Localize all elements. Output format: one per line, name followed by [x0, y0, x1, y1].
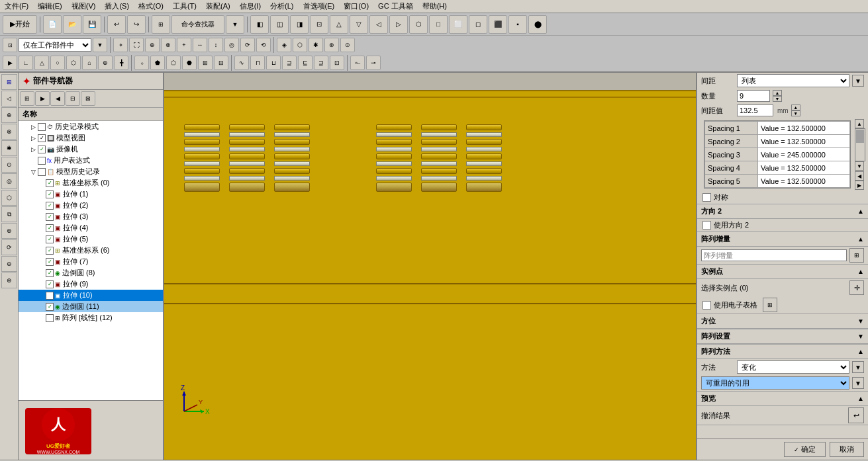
cancel-button[interactable]: 取消: [830, 442, 864, 457]
tb3-b10[interactable]: ⬟: [150, 56, 165, 70]
sidebar-tb1[interactable]: ⊞: [20, 91, 34, 106]
array-settings-header[interactable]: 阵列设置 ▼: [697, 329, 868, 344]
li-btn3[interactable]: ⊕: [1, 107, 17, 123]
tb-save[interactable]: 💾: [83, 15, 101, 34]
menu-view[interactable]: 视图(V): [70, 1, 98, 11]
tb2-b9[interactable]: ◎: [224, 38, 239, 52]
check-e9[interactable]: ✓: [46, 280, 54, 288]
tb3-b22[interactable]: ⟜: [350, 56, 365, 70]
tb3-b3[interactable]: △: [34, 56, 49, 70]
tb-b15[interactable]: ⬤: [528, 15, 547, 34]
menu-assembly[interactable]: 装配(A): [204, 1, 232, 11]
tb3-b23[interactable]: ⊸: [366, 56, 381, 70]
tb3-b18[interactable]: ⊒: [282, 56, 297, 70]
tree-camera[interactable]: ▷ ✓ 📷 摄像机: [19, 144, 163, 155]
tb-redo[interactable]: ↪: [127, 15, 146, 34]
tb3-b15[interactable]: ∿: [234, 56, 249, 70]
check-e1[interactable]: ✓: [46, 190, 54, 198]
check4[interactable]: [38, 157, 46, 165]
tree-model-view[interactable]: ▷ ✓ 🔲 模型视图: [19, 132, 163, 144]
tb2-b2[interactable]: ⌖: [113, 38, 128, 52]
li-btn12[interactable]: ⊖: [1, 256, 17, 272]
tb-snap[interactable]: ⊞: [152, 15, 170, 34]
expand2[interactable]: ▷: [29, 134, 37, 142]
tb3-b7[interactable]: ⊕: [98, 56, 113, 70]
tb-b3[interactable]: ◨: [290, 15, 309, 34]
orientation-header[interactable]: 方位 ▼: [697, 314, 868, 329]
tree-pattern12[interactable]: ▷ ⊞ 阵列 [线性] (12): [19, 312, 163, 323]
check3[interactable]: ✓: [38, 146, 46, 153]
tb2-b12[interactable]: ◈: [277, 38, 291, 52]
li-btn4[interactable]: ⊗: [1, 124, 17, 140]
tree-history-mode[interactable]: ▷ ⏱ 历史记录模式: [19, 121, 163, 132]
count-spin-down[interactable]: ▼: [773, 96, 782, 102]
check-e2[interactable]: ✓: [46, 202, 54, 210]
tree-extrude9[interactable]: ▷ ✓ ▣ 拉伸 (9): [19, 278, 163, 290]
sidebar-tb2[interactable]: ▶: [35, 91, 50, 106]
tb3-b9[interactable]: ⬦: [134, 56, 149, 70]
instance-spreadsheet-btn[interactable]: ⊞: [763, 298, 777, 312]
spacing-table-row[interactable]: Spacing 5Value = 132.500000: [705, 175, 850, 188]
tb-b6[interactable]: ▽: [350, 15, 368, 34]
spacing-scroll-down[interactable]: ▼: [855, 161, 864, 171]
tb2-b5[interactable]: ⊗: [161, 38, 175, 52]
tree-extrude4[interactable]: ▷ ✓ ▣ 拉伸 (4): [19, 222, 163, 233]
tree-fillet8[interactable]: ▷ ✓ ◉ 边倒圆 (8): [19, 267, 163, 278]
menu-window[interactable]: 窗口(O): [342, 1, 371, 11]
tree-model-history[interactable]: ▽ 📋 模型历史记录: [19, 166, 163, 177]
menu-analysis[interactable]: 分析(L): [268, 1, 295, 11]
li-btn8[interactable]: ⬡: [1, 190, 17, 206]
tb2-b7[interactable]: ↔: [193, 38, 207, 52]
tb-new[interactable]: 📄: [43, 15, 62, 34]
menu-gc[interactable]: GC 工具箱: [376, 1, 415, 11]
menu-info[interactable]: 信息(I): [238, 1, 263, 11]
spacing-type-select[interactable]: 列表: [737, 74, 849, 87]
tree-extrude1[interactable]: ▷ ✓ ▣ 拉伸 (1): [19, 189, 163, 200]
array-increment-header[interactable]: 阵列增量 ▲: [697, 232, 868, 247]
ok-button[interactable]: ✓ 确定: [784, 442, 826, 457]
spacing-val-spin-down[interactable]: ▼: [791, 110, 800, 116]
tree-fillet11[interactable]: ▷ ✓ ◉ 边倒圆 (11): [19, 301, 163, 312]
spacing-scroll-up[interactable]: ▲: [855, 119, 864, 128]
check-e3[interactable]: ✓: [46, 213, 54, 221]
tree-extrude7[interactable]: ▷ ✓ ▣ 拉伸 (7): [19, 256, 163, 267]
li-btn11[interactable]: ⟳: [1, 239, 17, 255]
tb3-b21[interactable]: ⊡: [330, 56, 344, 70]
tree-user-expr[interactable]: ▷ fx 用户表达式: [19, 155, 163, 166]
viewport[interactable]: X Z Y: [164, 73, 696, 460]
sidebar-tb4[interactable]: ⊟: [66, 91, 80, 106]
array-increment-input[interactable]: [701, 249, 847, 261]
tb2-b6[interactable]: +: [177, 38, 191, 52]
menu-tools[interactable]: 工具(T): [171, 1, 199, 11]
tb-b13[interactable]: ⬛: [489, 15, 507, 34]
tb-b2[interactable]: ◫: [270, 15, 289, 34]
check-e10[interactable]: ✓: [46, 292, 54, 300]
tb3-b13[interactable]: ⊞: [198, 56, 213, 70]
tb3-b5[interactable]: ⬡: [66, 56, 81, 70]
tb-open[interactable]: 📂: [63, 15, 81, 34]
count-spin-up[interactable]: ▲: [773, 90, 782, 96]
check-e7[interactable]: ✓: [46, 258, 54, 266]
method-arrow[interactable]: ▼: [852, 361, 864, 373]
tb2-b11[interactable]: ⟲: [256, 38, 271, 52]
expand3[interactable]: ▷: [29, 146, 37, 153]
check-d0[interactable]: ✓: [46, 179, 54, 187]
check-f11[interactable]: ✓: [46, 303, 54, 311]
reuse-select[interactable]: 可重用的引用: [701, 376, 849, 390]
tb3-b19[interactable]: ⊑: [298, 56, 313, 70]
tree-extrude10[interactable]: ▷ ✓ ▣ 拉伸 (10): [19, 290, 163, 301]
li-btn7[interactable]: ◎: [1, 173, 17, 189]
direction2-header[interactable]: 方向 2 ▲: [697, 204, 868, 219]
tb2-b1[interactable]: ⊡: [3, 38, 17, 52]
check-f8[interactable]: ✓: [46, 269, 54, 277]
tb3-b2[interactable]: ∟: [19, 56, 33, 70]
tb2-b14[interactable]: ✱: [309, 38, 323, 52]
sidebar-tb5[interactable]: ⊠: [81, 91, 95, 106]
tb2-b4[interactable]: ⊕: [145, 38, 160, 52]
tb-b8[interactable]: ▷: [389, 15, 408, 34]
li-btn13[interactable]: ⊕: [1, 272, 17, 288]
reuse-arrow[interactable]: ▼: [852, 377, 864, 389]
direction2-checkbox[interactable]: [702, 221, 711, 230]
tb2-b13[interactable]: ⬡: [293, 38, 307, 52]
tb-b12[interactable]: ◻: [469, 15, 487, 34]
